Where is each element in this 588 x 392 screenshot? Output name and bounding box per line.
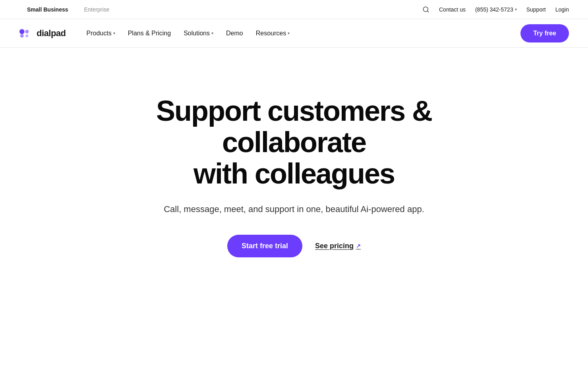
start-free-trial-button[interactable]: Start free trial: [227, 235, 302, 257]
nav-links: Products ▾ Plans & Pricing Solutions ▾ D…: [82, 27, 295, 40]
login-link[interactable]: Login: [555, 6, 569, 13]
nav-left: dialpad Products ▾ Plans & Pricing Solut…: [19, 27, 294, 40]
svg-point-2: [19, 29, 25, 34]
chevron-down-icon: ▾: [211, 31, 213, 35]
phone-number[interactable]: (855) 342-5723 ▾: [475, 6, 517, 13]
logo[interactable]: dialpad: [19, 28, 66, 39]
chevron-down-icon: ▾: [288, 31, 290, 35]
dialpad-logo-icon: [19, 29, 33, 38]
main-nav: dialpad Products ▾ Plans & Pricing Solut…: [0, 19, 588, 48]
support-link[interactable]: Support: [526, 6, 546, 13]
svg-line-1: [427, 11, 428, 12]
try-free-button[interactable]: Try free: [520, 24, 569, 42]
hero-cta: Start free trial See pricing ↗: [227, 235, 361, 257]
hero-title: Support customers & collaborate with col…: [115, 95, 473, 190]
chevron-down-icon: ▾: [515, 7, 517, 12]
top-bar-right: Contact us (855) 342-5723 ▾ Support Logi…: [422, 6, 569, 13]
top-bar: Small Business Enterprise Contact us (85…: [0, 0, 588, 19]
nav-resources[interactable]: Resources ▾: [251, 27, 294, 40]
top-bar-left: Small Business Enterprise: [19, 0, 117, 19]
nav-plans-pricing[interactable]: Plans & Pricing: [123, 27, 176, 40]
logo-text: dialpad: [37, 28, 66, 39]
svg-point-4: [20, 34, 24, 37]
chevron-down-icon: ▾: [113, 31, 115, 35]
nav-solutions[interactable]: Solutions ▾: [179, 27, 218, 40]
enterprise-tab[interactable]: Enterprise: [76, 0, 118, 19]
small-business-tab[interactable]: Small Business: [19, 0, 76, 19]
hero-subtitle: Call, message, meet, and support in one,…: [164, 203, 424, 216]
svg-point-5: [25, 34, 28, 37]
hero-section: Support customers & collaborate with col…: [0, 48, 588, 289]
contact-us-link[interactable]: Contact us: [439, 6, 466, 13]
svg-point-3: [25, 30, 29, 33]
nav-demo[interactable]: Demo: [221, 27, 248, 40]
search-button[interactable]: [422, 6, 429, 13]
see-pricing-link[interactable]: See pricing ↗: [315, 242, 361, 250]
arrow-icon: ↗: [356, 243, 361, 249]
nav-products[interactable]: Products ▾: [82, 27, 120, 40]
